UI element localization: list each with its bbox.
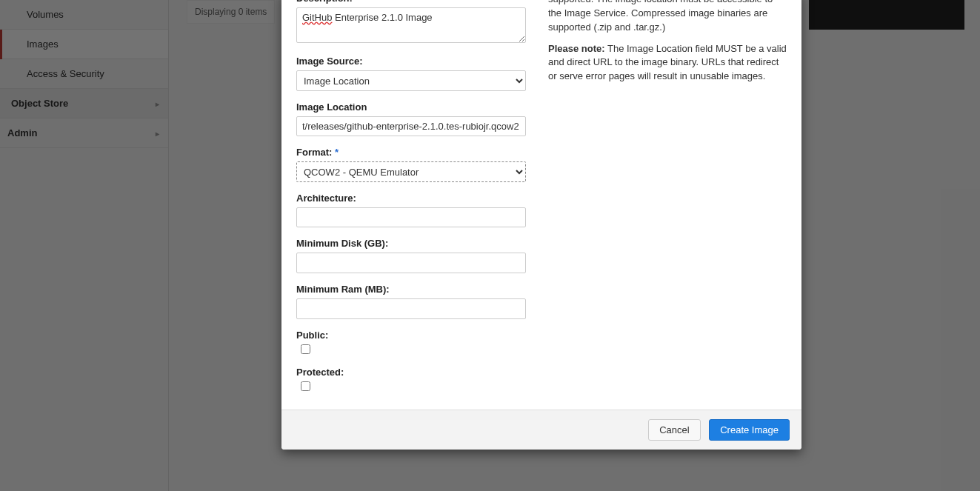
description-textarea[interactable] [296,7,526,43]
image-source-select[interactable]: Image Location [296,70,526,91]
modal-footer: Cancel Create Image [281,410,801,450]
description-label: Description: [296,0,526,4]
protected-label: Protected: [296,367,526,378]
help-panel: supported. The image location must be ac… [548,0,787,396]
create-image-modal: Description: GitHub Enterprise 2.1.0 Ima… [281,0,801,450]
format-select[interactable]: QCOW2 - QEMU Emulator [296,161,526,182]
architecture-input[interactable] [296,207,526,227]
min-ram-input[interactable] [296,298,526,319]
image-source-label: Image Source: [296,56,526,67]
help-text-1: supported. The image location must be ac… [548,0,787,35]
protected-checkbox[interactable] [301,381,310,391]
format-label: Format: * [296,147,526,158]
cancel-button[interactable]: Cancel [648,419,700,441]
image-location-label: Image Location [296,101,526,113]
create-image-button[interactable]: Create Image [709,419,790,441]
min-disk-label: Minimum Disk (GB): [296,238,526,249]
help-text-2: Please note: The Image Location field MU… [548,42,787,84]
public-checkbox[interactable] [301,344,310,354]
image-location-input[interactable] [296,116,526,136]
public-label: Public: [296,330,526,341]
architecture-label: Architecture: [296,193,526,204]
min-ram-label: Minimum Ram (MB): [296,284,526,295]
min-disk-input[interactable] [296,253,526,273]
